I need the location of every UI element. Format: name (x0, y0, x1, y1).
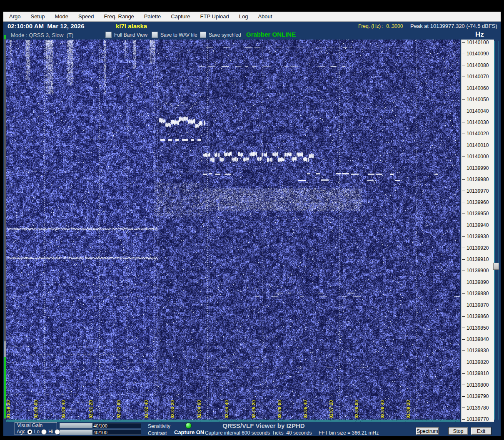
time-tick-label: 02:01:20 (89, 400, 93, 418)
time-tick-label: 01:59:20 (6, 400, 11, 418)
freq-tick-label: 10139930 (462, 234, 489, 239)
menu-item-argo[interactable]: Argo (9, 13, 20, 20)
datetime-label: 02:10:00 AM Mar 12, 2026 (7, 22, 85, 30)
freq-tick-label: 10139820 (462, 360, 489, 365)
radio-lo-label: Lo (34, 429, 40, 435)
menu-item-freq-range[interactable]: Freq. Range (104, 13, 134, 20)
menu-item-setup[interactable]: Setup (30, 13, 45, 20)
fft-bin-label: FFT bin size = 366.21 mHz (319, 430, 379, 436)
mode-bar: Mode : QRSS 3, Slow (T) Full Band View S… (3, 30, 501, 40)
time-tick-label: 02:02:40 (144, 400, 149, 418)
status-bar: Visual Gain Agc Lo Hi 40/100 40/100 Sens… (3, 422, 501, 436)
spectrum-button[interactable]: Spectrum (416, 427, 439, 435)
freq-tick-label: 10140030 (462, 120, 489, 125)
menu-bar: Argo Setup Mode Speed Freq. Range Palett… (3, 12, 501, 22)
visual-gain-options: Agc Lo Hi (17, 429, 60, 435)
mode-label: Mode : QRSS 3, Slow (T) (11, 32, 73, 38)
info-bar: 02:10:00 AM Mar 12, 2026 kl7l alaska Fre… (3, 22, 501, 30)
time-tick-label: 02:03:20 (170, 400, 175, 418)
capture-status: Capture ON (174, 429, 204, 435)
menu-item-capture[interactable]: Capture (171, 13, 190, 20)
checkbox-full-band-view[interactable]: Full Band View (105, 32, 147, 38)
visual-gain-group: Visual Gain Agc Lo Hi (15, 422, 57, 435)
freq-tick-label: 10139810 (462, 371, 489, 376)
time-tick-label: 02:04:00 (197, 400, 202, 418)
capture-led-icon (185, 423, 192, 429)
waterfall-canvas (6, 40, 460, 422)
time-tick-label: 02:00:40 (61, 400, 66, 418)
time-tick-label: 02:05:20 (252, 400, 256, 418)
freq-tick-label: 10140080 (462, 63, 489, 68)
freq-tick-label: 10139790 (462, 394, 489, 399)
checkbox-label: Save synch'ed (209, 32, 241, 38)
time-tick-label: 02:06:00 (277, 400, 282, 418)
callsign-label: kl7l alaska (116, 22, 147, 30)
time-tick-label: 02:08:40 (380, 400, 385, 418)
menu-item-about[interactable]: About (258, 13, 272, 20)
time-tick-label: 02:04:40 (225, 400, 229, 418)
exit-button[interactable]: Exit (471, 427, 492, 435)
menu-item-ftp-upload[interactable]: FTP Upload (200, 13, 229, 20)
app-title: QRSS/VLF Viewer by I2PHD (193, 422, 334, 429)
menu-item-log[interactable]: Log (239, 13, 248, 20)
ticks-label: Ticks 40 seconds (272, 430, 312, 436)
argo-window: Argo Setup Mode Speed Freq. Range Palett… (0, 0, 504, 440)
freq-tick-label: 10139880 (462, 291, 489, 296)
freq-tick-label: 10139920 (462, 246, 489, 251)
menu-item-mode[interactable]: Mode (55, 13, 68, 20)
freq-tick-label: 10139870 (462, 303, 489, 308)
freq-tick-label: 10139770 (462, 417, 489, 422)
freq-tick-label: 10139830 (462, 348, 489, 353)
scrollbar-thumb[interactable] (493, 263, 499, 270)
checkbox-icon (152, 32, 158, 38)
time-tick-label: 02:09:20 (406, 400, 411, 418)
radio-lo[interactable] (41, 429, 47, 435)
contrast-label: Contrast (148, 430, 167, 436)
freq-tick-label: 10139950 (462, 211, 489, 216)
freq-tick-label: 10140040 (462, 109, 489, 114)
freq-tick-label: 10140010 (462, 143, 489, 148)
checkbox-save-to-wav[interactable]: Save to WAV file (152, 32, 197, 38)
capture-interval-label: Capture interval 600 seconds (205, 430, 270, 436)
radio-hi-label: Hi (48, 429, 53, 435)
time-tick-label: 02:00:00 (34, 400, 38, 418)
visual-gain-title: Visual Gain (17, 423, 42, 428)
sensitivity-slider[interactable]: 40/100 (60, 423, 141, 428)
time-tick-label: 02:06:40 (303, 400, 308, 418)
peak-label: Peak at 10139977.320 (-74.5 dBFS) (410, 23, 497, 29)
freq-tick-label: 10139860 (462, 314, 489, 319)
frequency-scale: 1014010010140090101400801014007010140060… (461, 40, 494, 422)
freq-tick-label: 10139970 (462, 189, 489, 194)
hz-unit-label: Hz (475, 30, 484, 39)
sensitivity-value: 40/100 (60, 423, 141, 428)
sensitivity-label: Sensitivity (148, 423, 170, 429)
freq-tick-label: 10139890 (462, 280, 489, 285)
time-tick-label: 02:07:20 (329, 400, 334, 418)
freq-tick-label: 10140070 (462, 74, 489, 79)
checkbox-icon (200, 32, 206, 38)
freq-tick-label: 10139940 (462, 223, 489, 228)
stop-button[interactable]: Stop (448, 427, 468, 435)
grabber-status: Grabber ONLINE (246, 31, 296, 38)
time-tick-label: 02:08:00 (354, 400, 359, 418)
freq-tick-label: 10140060 (462, 86, 489, 91)
contrast-slider[interactable]: 40/100 (60, 430, 141, 435)
menu-item-speed[interactable]: Speed (78, 13, 94, 20)
freq-tick-label: 10140050 (462, 97, 489, 102)
radio-agc-label: Agc (17, 429, 25, 435)
freq-tick-label: 10139980 (462, 177, 489, 182)
freq-range-label: Freq. (Hz) : 0..3000 (358, 23, 403, 29)
radio-agc[interactable] (27, 429, 32, 435)
scrollbar-track[interactable] (494, 41, 499, 420)
level-marker-top (4, 35, 6, 39)
freq-tick-label: 10140000 (462, 154, 489, 159)
freq-tick-label: 10140020 (462, 131, 489, 136)
time-tick-label: 02:02:00 (117, 400, 121, 418)
freq-tick-label: 10139840 (462, 337, 489, 342)
menu-item-palette[interactable]: Palette (144, 13, 161, 20)
freq-tick-label: 10139850 (462, 326, 489, 331)
checkbox-save-synched[interactable]: Save synch'ed (200, 32, 241, 38)
freq-tick-label: 10139780 (462, 405, 489, 410)
freq-tick-label: 10139910 (462, 257, 489, 262)
freq-tick-label: 10140090 (462, 51, 489, 56)
